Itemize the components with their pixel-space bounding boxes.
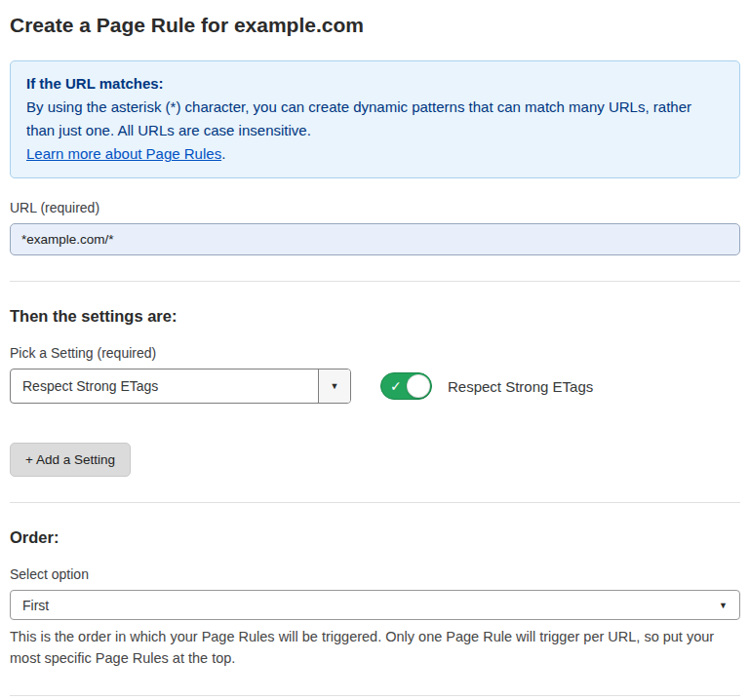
divider	[10, 502, 740, 503]
toggle-knob	[407, 374, 430, 398]
etags-toggle-label: Respect Strong ETags	[448, 378, 593, 395]
order-select[interactable]: First ▼	[10, 590, 740, 620]
order-select-label: Select option	[10, 566, 740, 582]
info-box-link-row: Learn more about Page Rules.	[26, 142, 724, 166]
url-field: URL (required)	[10, 200, 740, 255]
add-setting-button[interactable]: + Add a Setting	[10, 443, 131, 477]
setting-select-value: Respect Strong ETags	[11, 378, 158, 394]
order-help-text: This is the order in which your Page Rul…	[10, 627, 736, 670]
link-period: .	[221, 145, 225, 162]
pick-setting-label: Pick a Setting (required)	[10, 345, 740, 361]
check-icon: ✓	[390, 378, 402, 394]
create-page-rule-form: Create a Page Rule for example.com If th…	[0, 0, 750, 700]
setting-select[interactable]: Respect Strong ETags ▼	[10, 369, 351, 404]
info-box-heading: If the URL matches:	[26, 72, 724, 96]
divider	[10, 281, 740, 282]
learn-more-link[interactable]: Learn more about Page Rules	[26, 145, 221, 162]
settings-section-heading: Then the settings are:	[10, 307, 740, 326]
setting-select-arrow-button[interactable]: ▼	[318, 369, 350, 403]
chevron-down-icon: ▼	[719, 601, 728, 610]
divider	[10, 695, 740, 696]
url-match-info-box: If the URL matches: By using the asteris…	[10, 60, 740, 178]
add-setting-wrap: + Add a Setting	[10, 443, 740, 477]
order-section-heading: Order:	[10, 528, 740, 547]
order-select-value: First	[22, 598, 49, 613]
url-label: URL (required)	[10, 200, 740, 215]
respect-strong-etags-toggle[interactable]: ✓	[380, 372, 432, 400]
url-input[interactable]	[10, 223, 740, 255]
page-title: Create a Page Rule for example.com	[10, 14, 740, 37]
info-box-body: By using the asterisk (*) character, you…	[26, 96, 709, 142]
setting-row: Respect Strong ETags ▼ ✓ Respect Strong …	[10, 369, 740, 404]
chevron-down-icon: ▼	[331, 381, 339, 391]
etags-toggle-group: ✓ Respect Strong ETags	[380, 372, 593, 400]
